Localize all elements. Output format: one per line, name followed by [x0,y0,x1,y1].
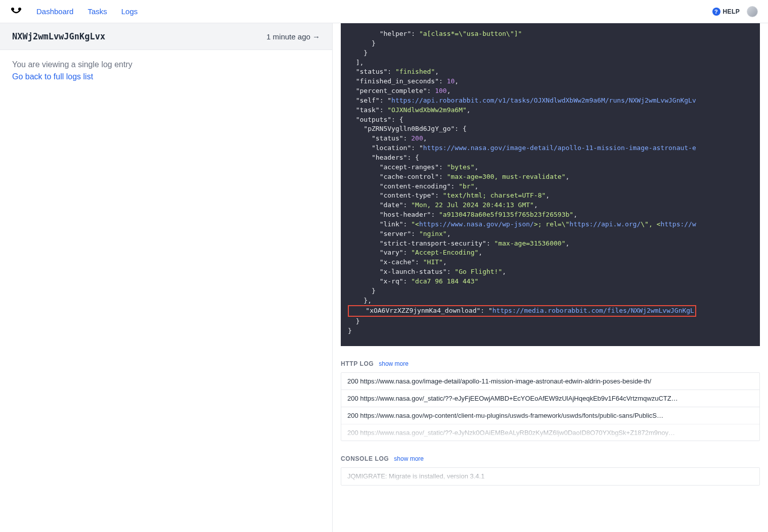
json-output[interactable]: "helper": "a[class*=\"usa-button\"]" } }… [341,23,760,345]
left-pane: NXWj2wmLvwJGnKgLvx 1 minute ago → You ar… [0,23,333,532]
list-item[interactable]: 200 https://www.nasa.gov/_static/??-eJyF… [341,390,759,407]
help-icon: ? [712,8,720,16]
list-item[interactable]: 200 https://www.nasa.gov/_static/??-eJyN… [341,424,759,441]
top-nav-right: ? HELP [712,6,758,17]
left-body: You are viewing a single log entry Go ba… [0,50,332,91]
top-nav: Dashboard Tasks Logs ? HELP [0,0,768,23]
console-log-title: CONSOLE LOG [341,455,389,462]
http-show-more[interactable]: show more [379,360,409,367]
help-label: HELP [723,8,740,15]
nav-tasks[interactable]: Tasks [87,7,107,16]
avatar[interactable] [747,6,758,17]
log-header: NXWj2wmLvwJGnKgLvx 1 minute ago → [0,23,332,50]
list-item[interactable]: 200 https://www.nasa.gov/wp-content/clie… [341,407,759,424]
log-id: NXWj2wmLvwJGnKgLvx [12,31,105,41]
nav-dashboard[interactable]: Dashboard [36,7,73,16]
log-time: 1 minute ago → [266,32,320,41]
help-button[interactable]: ? HELP [712,8,740,16]
top-nav-left: Dashboard Tasks Logs [10,6,138,17]
list-item[interactable]: JQMIGRATE: Migrate is installed, version… [341,468,759,485]
nav-logs[interactable]: Logs [121,7,138,16]
http-log-label: HTTP LOG show more [341,360,760,367]
http-log-list: 200 https://www.nasa.gov/image-detail/ap… [341,372,760,441]
list-item[interactable]: 200 https://www.nasa.gov/image-detail/ap… [341,373,759,390]
console-show-more[interactable]: show more [394,455,424,462]
http-log-title: HTTP LOG [341,360,374,367]
back-to-logs-link[interactable]: Go back to full logs list [12,72,93,81]
download-line-highlight: "xOA6VrzXZZ9jynmKa4_download": "https://… [348,305,696,317]
main: NXWj2wmLvwJGnKgLvx 1 minute ago → You ar… [0,23,768,532]
console-log-list: JQMIGRATE: Migrate is installed, version… [341,467,760,486]
logo-icon[interactable] [10,6,22,17]
console-log-label: CONSOLE LOG show more [341,455,760,462]
single-entry-note: You are viewing a single log entry [12,60,320,69]
right-pane: "helper": "a[class*=\"usa-button\"]" } }… [333,23,768,532]
